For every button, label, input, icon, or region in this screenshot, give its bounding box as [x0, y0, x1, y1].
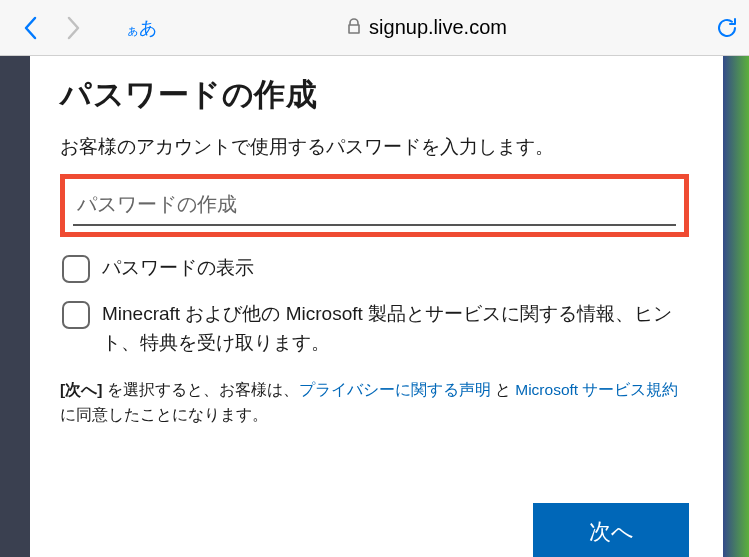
lock-icon	[347, 18, 361, 38]
promo-optin-row: Minecraft および他の Microsoft 製品とサービスに関する情報、…	[60, 299, 689, 358]
aa-large-label: あ	[139, 16, 157, 40]
show-password-row: パスワードの表示	[60, 253, 689, 283]
legal-mid2: と	[491, 381, 516, 398]
refresh-button[interactable]	[697, 15, 741, 41]
show-password-label: パスワードの表示	[102, 253, 254, 282]
address-bar[interactable]: signup.live.com	[157, 16, 697, 39]
aa-small-label: ぁ	[126, 21, 139, 39]
promo-optin-checkbox[interactable]	[62, 301, 90, 329]
page-background: パスワードの作成 お客様のアカウントで使用するパスワードを入力します。 パスワー…	[0, 56, 749, 557]
url-text: signup.live.com	[369, 16, 507, 39]
back-button[interactable]	[8, 6, 52, 50]
password-field-highlight	[60, 174, 689, 237]
forward-button[interactable]	[52, 6, 96, 50]
signup-card: パスワードの作成 お客様のアカウントで使用するパスワードを入力します。 パスワー…	[32, 56, 717, 557]
legal-suffix: に同意したことになります。	[60, 406, 268, 423]
privacy-link[interactable]: プライバシーに関する声明	[299, 381, 491, 398]
show-password-checkbox[interactable]	[62, 255, 90, 283]
legal-mid1: を選択すると、お客様は、	[102, 381, 298, 398]
legal-text: [次へ] を選択すると、お客様は、プライバシーに関する声明 と Microsof…	[60, 378, 689, 428]
next-button[interactable]: 次へ	[533, 503, 689, 557]
page-title: パスワードの作成	[60, 74, 689, 116]
promo-optin-label: Minecraft および他の Microsoft 製品とサービスに関する情報、…	[102, 299, 687, 358]
tos-link[interactable]: Microsoft サービス規約	[515, 381, 678, 398]
browser-toolbar: ぁあ signup.live.com	[0, 0, 749, 56]
page-subtitle: お客様のアカウントで使用するパスワードを入力します。	[60, 134, 689, 160]
text-size-button[interactable]: ぁあ	[126, 16, 157, 40]
password-input[interactable]	[73, 183, 676, 226]
legal-next-bold: [次へ]	[60, 381, 102, 398]
